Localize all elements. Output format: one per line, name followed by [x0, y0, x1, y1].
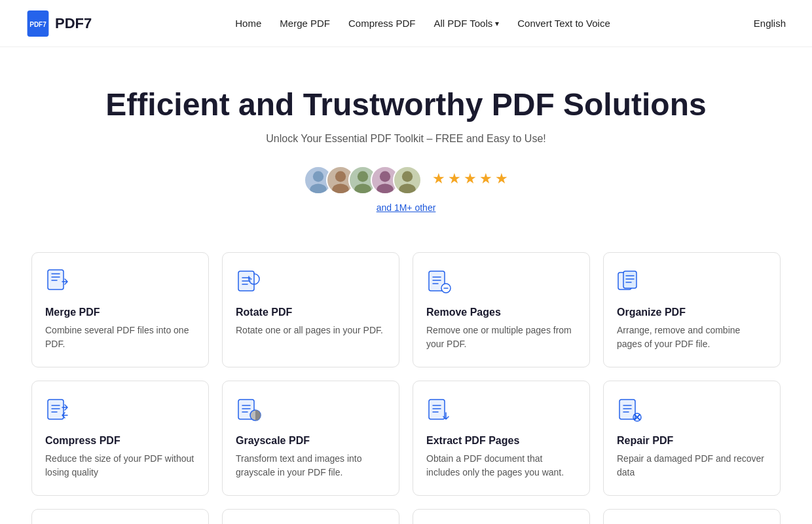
card-heic-4[interactable]: HEIC [603, 509, 781, 524]
grayscale-pdf-icon [236, 397, 262, 423]
nav-convert-text-to-voice[interactable]: Convert Text to Voice [517, 18, 610, 29]
remove-pages-icon [426, 269, 452, 295]
card-heic-1[interactable]: HEIC [31, 509, 209, 524]
tools-grid: Merge PDF Combine several PDF files into… [0, 239, 812, 524]
nav-compress-pdf[interactable]: Compress PDF [348, 18, 416, 29]
star-3: ★ [464, 170, 477, 187]
hero-subtitle: Unlock Your Essential PDF Toolkit – FREE… [13, 133, 799, 145]
card-description: Reduce the size of your PDF without losi… [45, 452, 195, 479]
card-description: Remove one or multiple pages from your P… [426, 324, 576, 351]
card-title: Organize PDF [617, 307, 767, 318]
logo[interactable]: PDF7 PDF7 [26, 10, 92, 37]
language-selector[interactable]: English [754, 18, 786, 29]
organize-pdf-icon [617, 269, 643, 295]
card-title: Remove Pages [426, 307, 576, 318]
svg-rect-17 [623, 271, 637, 288]
avatar-group: ★ ★ ★ ★ ★ [304, 166, 508, 195]
star-1: ★ [432, 170, 445, 187]
star-rating: ★ ★ ★ ★ ★ [432, 170, 508, 187]
card-description: Repair a damaged PDF and recover data [617, 452, 767, 479]
rotate-pdf-icon [236, 269, 262, 295]
repair-pdf-icon [617, 397, 643, 423]
card-title: Merge PDF [45, 307, 195, 318]
svg-point-9 [377, 183, 393, 193]
nav-home[interactable]: Home [235, 18, 261, 29]
svg-rect-21 [429, 400, 445, 419]
card-description: Combine several PDF files into one PDF. [45, 324, 195, 351]
card-title: Grayscale PDF [236, 435, 386, 447]
svg-point-3 [310, 183, 326, 193]
svg-point-7 [354, 183, 371, 193]
svg-rect-18 [48, 400, 64, 419]
svg-point-10 [402, 171, 413, 181]
avatar [393, 166, 422, 195]
card-description: Transform text and images into grayscale… [236, 452, 386, 479]
svg-rect-22 [619, 400, 635, 419]
chevron-down-icon: ▾ [495, 19, 499, 28]
card-grayscale-pdf[interactable]: Grayscale PDF Transform text and images … [222, 381, 399, 496]
card-title: Rotate PDF [236, 307, 386, 318]
card-title: Extract PDF Pages [426, 435, 576, 447]
rating-link[interactable]: and 1M+ other [377, 202, 436, 213]
hero-title: Efficient and Trustworthy PDF Solutions [13, 86, 799, 122]
star-5: ★ [495, 170, 508, 187]
svg-point-11 [399, 183, 415, 193]
card-title: Repair PDF [617, 435, 767, 447]
card-heic-3[interactable]: HEIC [413, 509, 590, 524]
card-title: Compress PDF [45, 435, 195, 447]
nav-all-pdf-tools[interactable]: All PDF Tools ▾ [434, 18, 500, 29]
star-2: ★ [448, 170, 461, 187]
svg-rect-12 [48, 270, 64, 290]
merge-pdf-icon [45, 269, 71, 295]
hero-section: Efficient and Trustworthy PDF Solutions … [0, 47, 812, 239]
svg-point-5 [332, 183, 348, 193]
card-organize-pdf[interactable]: Organize PDF Arrange, remove and combine… [603, 252, 781, 367]
card-heic-2[interactable]: HEIC [222, 509, 399, 524]
logo-icon: PDF7 [26, 10, 50, 37]
logo-text: PDF7 [55, 15, 92, 32]
extract-pdf-pages-icon [426, 397, 452, 423]
svg-text:PDF7: PDF7 [29, 21, 46, 28]
svg-point-8 [380, 171, 390, 181]
svg-point-4 [335, 171, 346, 181]
compress-pdf-icon [45, 397, 71, 423]
star-4: ★ [479, 170, 492, 187]
card-compress-pdf[interactable]: Compress PDF Reduce the size of your PDF… [31, 381, 209, 496]
svg-point-2 [313, 171, 323, 181]
navbar: PDF7 PDF7 Home Merge PDF Compress PDF Al… [0, 0, 812, 47]
nav-links: Home Merge PDF Compress PDF All PDF Tool… [113, 18, 733, 29]
card-remove-pages[interactable]: Remove Pages Remove one or multiple page… [413, 252, 590, 367]
svg-point-6 [358, 171, 368, 181]
card-description: Arrange, remove and combine pages of you… [617, 324, 767, 351]
nav-merge-pdf[interactable]: Merge PDF [280, 18, 330, 29]
card-description: Rotate one or all pages in your PDF. [236, 324, 386, 337]
card-merge-pdf[interactable]: Merge PDF Combine several PDF files into… [31, 252, 209, 367]
card-description: Obtain a PDF document that includes only… [426, 452, 576, 479]
card-repair-pdf[interactable]: Repair PDF Repair a damaged PDF and reco… [603, 381, 781, 496]
card-rotate-pdf[interactable]: Rotate PDF Rotate one or all pages in yo… [222, 252, 399, 367]
card-extract-pdf-pages[interactable]: Extract PDF Pages Obtain a PDF document … [413, 381, 590, 496]
hero-social-proof: ★ ★ ★ ★ ★ and 1M+ other [13, 166, 799, 213]
